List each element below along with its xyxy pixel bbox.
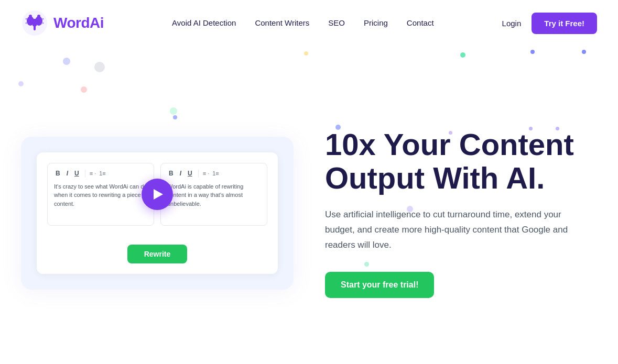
toolbar-numlist-left: 1≡ — [99, 170, 106, 177]
editor-mockup-wrapper: B I U ≡ · 1≡ It's crazy to see what Word… — [21, 137, 294, 290]
svg-rect-6 — [34, 25, 36, 30]
hero-content: 10x Your Content Output With AI. Use art… — [325, 128, 597, 297]
rewrite-button[interactable]: Rewrite — [127, 245, 188, 263]
editor-panel-right[interactable]: B I U ≡ · 1≡ WordAi is capable of rewrit… — [160, 163, 267, 226]
toolbar-list-left: ≡ · — [90, 170, 96, 177]
hero-title: 10x Your Content Output With AI. — [325, 128, 587, 195]
toolbar-separator-right — [198, 170, 199, 177]
hero-title-line2: Output With AI. — [325, 161, 545, 195]
login-link[interactable]: Login — [502, 19, 522, 28]
toolbar-bold-left[interactable]: B — [54, 169, 62, 178]
play-button[interactable] — [142, 179, 173, 210]
toolbar-bold-right[interactable]: B — [167, 169, 175, 178]
nav-pricing[interactable]: Pricing — [364, 18, 388, 27]
editor-inner: B I U ≡ · 1≡ It's crazy to see what Word… — [37, 152, 278, 274]
svg-point-9 — [42, 18, 44, 20]
toolbar-italic-left[interactable]: I — [65, 169, 70, 178]
logo-icon — [21, 9, 48, 37]
nav-links: Avoid AI Detection Content Writers SEO P… — [172, 18, 434, 28]
svg-point-8 — [26, 23, 27, 24]
toolbar-italic-right[interactable]: I — [178, 169, 183, 178]
editor-right-text: WordAi is capable of rewriting content i… — [167, 182, 261, 208]
editor-outer: B I U ≡ · 1≡ It's crazy to see what Word… — [21, 137, 294, 290]
editor-toolbar-right: B I U ≡ · 1≡ — [167, 169, 261, 178]
svg-rect-3 — [32, 19, 37, 26]
editor-panel-left[interactable]: B I U ≡ · 1≡ It's crazy to see what Word… — [47, 163, 154, 226]
svg-point-4 — [29, 15, 32, 18]
nav-seo[interactable]: SEO — [328, 18, 345, 27]
nav-content-writers[interactable]: Content Writers — [255, 18, 309, 27]
start-trial-button[interactable]: Start your free trial! — [325, 272, 434, 298]
play-icon — [154, 189, 163, 200]
toolbar-list-right: ≡ · — [203, 170, 210, 177]
toolbar-underline-left[interactable]: U — [73, 169, 81, 178]
navbar: WordAi Avoid AI Detection Content Writer… — [0, 0, 618, 46]
rewrite-bar: Rewrite — [47, 245, 267, 263]
nav-contact[interactable]: Contact — [407, 18, 434, 27]
try-free-button[interactable]: Try it Free! — [532, 13, 597, 34]
nav-right: Login Try it Free! — [502, 13, 597, 34]
hero-title-line1: 10x Your Content — [325, 127, 574, 161]
hero-section: B I U ≡ · 1≡ It's crazy to see what Word… — [0, 46, 618, 364]
editor-left-text: It's crazy to see what WordAi can do whe… — [54, 182, 147, 208]
logo[interactable]: WordAi — [21, 9, 104, 37]
nav-avoid-ai[interactable]: Avoid AI Detection — [172, 18, 236, 27]
logo-text: WordAi — [53, 15, 104, 31]
svg-point-10 — [42, 23, 44, 24]
hero-subtitle: Use artificial intelligence to cut turna… — [325, 207, 587, 253]
toolbar-separator-left — [85, 170, 85, 177]
svg-point-5 — [37, 15, 40, 18]
toolbar-numlist-right: 1≡ — [212, 170, 219, 177]
toolbar-underline-right[interactable]: U — [186, 169, 194, 178]
editor-toolbar-left: B I U ≡ · 1≡ — [54, 169, 147, 178]
